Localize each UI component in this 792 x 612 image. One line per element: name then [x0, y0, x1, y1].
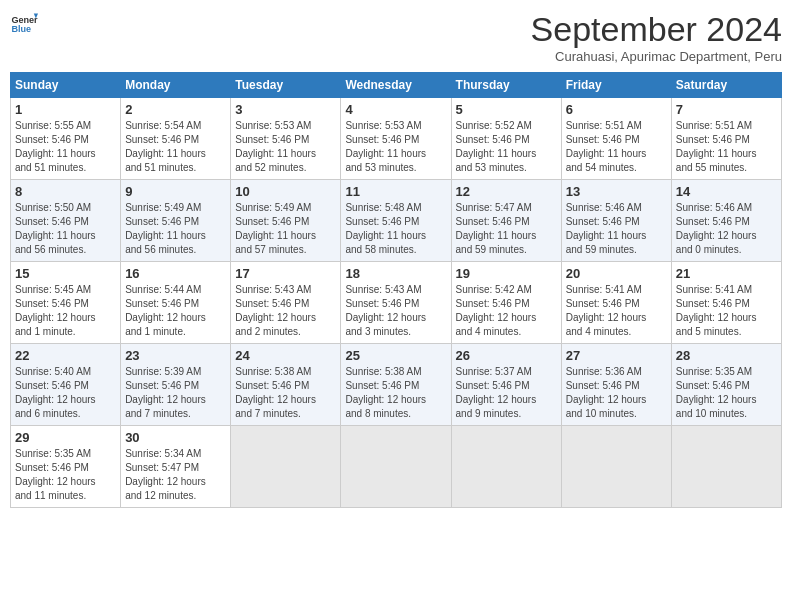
calendar-cell: 26Sunrise: 5:37 AM Sunset: 5:46 PM Dayli… — [451, 344, 561, 426]
calendar-cell: 11Sunrise: 5:48 AM Sunset: 5:46 PM Dayli… — [341, 180, 451, 262]
day-number: 9 — [125, 184, 226, 199]
day-info: Sunrise: 5:51 AM Sunset: 5:46 PM Dayligh… — [676, 119, 777, 175]
week-row-3: 15Sunrise: 5:45 AM Sunset: 5:46 PM Dayli… — [11, 262, 782, 344]
day-info: Sunrise: 5:55 AM Sunset: 5:46 PM Dayligh… — [15, 119, 116, 175]
calendar-cell: 10Sunrise: 5:49 AM Sunset: 5:46 PM Dayli… — [231, 180, 341, 262]
day-number: 4 — [345, 102, 446, 117]
calendar-cell — [671, 426, 781, 508]
calendar-cell: 9Sunrise: 5:49 AM Sunset: 5:46 PM Daylig… — [121, 180, 231, 262]
day-info: Sunrise: 5:41 AM Sunset: 5:46 PM Dayligh… — [566, 283, 667, 339]
day-info: Sunrise: 5:42 AM Sunset: 5:46 PM Dayligh… — [456, 283, 557, 339]
calendar-cell: 30Sunrise: 5:34 AM Sunset: 5:47 PM Dayli… — [121, 426, 231, 508]
calendar-cell: 13Sunrise: 5:46 AM Sunset: 5:46 PM Dayli… — [561, 180, 671, 262]
calendar-cell — [561, 426, 671, 508]
day-info: Sunrise: 5:38 AM Sunset: 5:46 PM Dayligh… — [235, 365, 336, 421]
subtitle: Curahuasi, Apurimac Department, Peru — [531, 49, 782, 64]
calendar-cell: 25Sunrise: 5:38 AM Sunset: 5:46 PM Dayli… — [341, 344, 451, 426]
day-info: Sunrise: 5:45 AM Sunset: 5:46 PM Dayligh… — [15, 283, 116, 339]
calendar-cell — [231, 426, 341, 508]
calendar-cell: 7Sunrise: 5:51 AM Sunset: 5:46 PM Daylig… — [671, 98, 781, 180]
calendar-cell: 3Sunrise: 5:53 AM Sunset: 5:46 PM Daylig… — [231, 98, 341, 180]
calendar-cell: 24Sunrise: 5:38 AM Sunset: 5:46 PM Dayli… — [231, 344, 341, 426]
day-number: 10 — [235, 184, 336, 199]
calendar-cell: 18Sunrise: 5:43 AM Sunset: 5:46 PM Dayli… — [341, 262, 451, 344]
week-row-5: 29Sunrise: 5:35 AM Sunset: 5:46 PM Dayli… — [11, 426, 782, 508]
day-number: 26 — [456, 348, 557, 363]
day-info: Sunrise: 5:50 AM Sunset: 5:46 PM Dayligh… — [15, 201, 116, 257]
day-info: Sunrise: 5:49 AM Sunset: 5:46 PM Dayligh… — [235, 201, 336, 257]
day-number: 30 — [125, 430, 226, 445]
day-number: 29 — [15, 430, 116, 445]
weekday-header-monday: Monday — [121, 73, 231, 98]
day-number: 2 — [125, 102, 226, 117]
day-number: 5 — [456, 102, 557, 117]
week-row-2: 8Sunrise: 5:50 AM Sunset: 5:46 PM Daylig… — [11, 180, 782, 262]
weekday-header-sunday: Sunday — [11, 73, 121, 98]
day-number: 20 — [566, 266, 667, 281]
title-block: September 2024 Curahuasi, Apurimac Depar… — [531, 10, 782, 64]
day-info: Sunrise: 5:51 AM Sunset: 5:46 PM Dayligh… — [566, 119, 667, 175]
day-number: 22 — [15, 348, 116, 363]
calendar-cell: 6Sunrise: 5:51 AM Sunset: 5:46 PM Daylig… — [561, 98, 671, 180]
weekday-header-tuesday: Tuesday — [231, 73, 341, 98]
calendar-table: SundayMondayTuesdayWednesdayThursdayFrid… — [10, 72, 782, 508]
calendar-cell: 27Sunrise: 5:36 AM Sunset: 5:46 PM Dayli… — [561, 344, 671, 426]
day-number: 24 — [235, 348, 336, 363]
day-number: 25 — [345, 348, 446, 363]
day-info: Sunrise: 5:44 AM Sunset: 5:46 PM Dayligh… — [125, 283, 226, 339]
month-title: September 2024 — [531, 10, 782, 49]
day-info: Sunrise: 5:53 AM Sunset: 5:46 PM Dayligh… — [345, 119, 446, 175]
day-info: Sunrise: 5:41 AM Sunset: 5:46 PM Dayligh… — [676, 283, 777, 339]
calendar-cell: 19Sunrise: 5:42 AM Sunset: 5:46 PM Dayli… — [451, 262, 561, 344]
day-info: Sunrise: 5:53 AM Sunset: 5:46 PM Dayligh… — [235, 119, 336, 175]
week-row-4: 22Sunrise: 5:40 AM Sunset: 5:46 PM Dayli… — [11, 344, 782, 426]
day-info: Sunrise: 5:46 AM Sunset: 5:46 PM Dayligh… — [676, 201, 777, 257]
day-number: 8 — [15, 184, 116, 199]
weekday-header-friday: Friday — [561, 73, 671, 98]
day-info: Sunrise: 5:40 AM Sunset: 5:46 PM Dayligh… — [15, 365, 116, 421]
calendar-cell: 21Sunrise: 5:41 AM Sunset: 5:46 PM Dayli… — [671, 262, 781, 344]
day-number: 27 — [566, 348, 667, 363]
day-number: 6 — [566, 102, 667, 117]
logo-icon: General Blue — [10, 10, 38, 38]
day-number: 16 — [125, 266, 226, 281]
day-info: Sunrise: 5:36 AM Sunset: 5:46 PM Dayligh… — [566, 365, 667, 421]
calendar-cell: 16Sunrise: 5:44 AM Sunset: 5:46 PM Dayli… — [121, 262, 231, 344]
calendar-cell: 12Sunrise: 5:47 AM Sunset: 5:46 PM Dayli… — [451, 180, 561, 262]
day-info: Sunrise: 5:48 AM Sunset: 5:46 PM Dayligh… — [345, 201, 446, 257]
day-info: Sunrise: 5:34 AM Sunset: 5:47 PM Dayligh… — [125, 447, 226, 503]
calendar-cell: 2Sunrise: 5:54 AM Sunset: 5:46 PM Daylig… — [121, 98, 231, 180]
day-info: Sunrise: 5:52 AM Sunset: 5:46 PM Dayligh… — [456, 119, 557, 175]
calendar-cell: 8Sunrise: 5:50 AM Sunset: 5:46 PM Daylig… — [11, 180, 121, 262]
day-number: 1 — [15, 102, 116, 117]
svg-text:General: General — [11, 15, 38, 25]
calendar-cell: 22Sunrise: 5:40 AM Sunset: 5:46 PM Dayli… — [11, 344, 121, 426]
day-info: Sunrise: 5:54 AM Sunset: 5:46 PM Dayligh… — [125, 119, 226, 175]
day-info: Sunrise: 5:39 AM Sunset: 5:46 PM Dayligh… — [125, 365, 226, 421]
weekday-header-thursday: Thursday — [451, 73, 561, 98]
day-number: 28 — [676, 348, 777, 363]
day-info: Sunrise: 5:46 AM Sunset: 5:46 PM Dayligh… — [566, 201, 667, 257]
calendar-cell: 23Sunrise: 5:39 AM Sunset: 5:46 PM Dayli… — [121, 344, 231, 426]
calendar-cell: 17Sunrise: 5:43 AM Sunset: 5:46 PM Dayli… — [231, 262, 341, 344]
day-number: 13 — [566, 184, 667, 199]
day-info: Sunrise: 5:47 AM Sunset: 5:46 PM Dayligh… — [456, 201, 557, 257]
day-info: Sunrise: 5:38 AM Sunset: 5:46 PM Dayligh… — [345, 365, 446, 421]
day-info: Sunrise: 5:35 AM Sunset: 5:46 PM Dayligh… — [676, 365, 777, 421]
day-info: Sunrise: 5:35 AM Sunset: 5:46 PM Dayligh… — [15, 447, 116, 503]
calendar-cell: 1Sunrise: 5:55 AM Sunset: 5:46 PM Daylig… — [11, 98, 121, 180]
calendar-cell: 14Sunrise: 5:46 AM Sunset: 5:46 PM Dayli… — [671, 180, 781, 262]
week-row-1: 1Sunrise: 5:55 AM Sunset: 5:46 PM Daylig… — [11, 98, 782, 180]
calendar-cell — [341, 426, 451, 508]
day-number: 7 — [676, 102, 777, 117]
day-info: Sunrise: 5:43 AM Sunset: 5:46 PM Dayligh… — [235, 283, 336, 339]
svg-text:Blue: Blue — [11, 24, 31, 34]
day-info: Sunrise: 5:49 AM Sunset: 5:46 PM Dayligh… — [125, 201, 226, 257]
calendar-cell: 29Sunrise: 5:35 AM Sunset: 5:46 PM Dayli… — [11, 426, 121, 508]
day-number: 21 — [676, 266, 777, 281]
day-number: 15 — [15, 266, 116, 281]
calendar-cell: 5Sunrise: 5:52 AM Sunset: 5:46 PM Daylig… — [451, 98, 561, 180]
calendar-cell — [451, 426, 561, 508]
day-number: 12 — [456, 184, 557, 199]
page-header: General Blue September 2024 Curahuasi, A… — [10, 10, 782, 64]
